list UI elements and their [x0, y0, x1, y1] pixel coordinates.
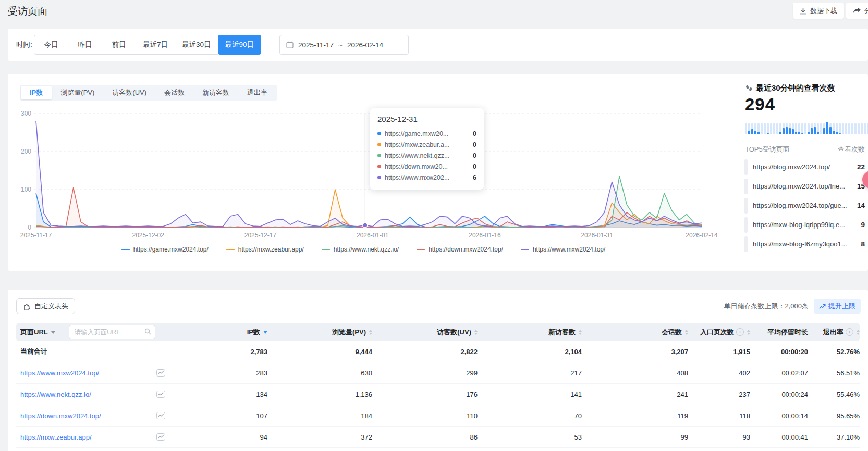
top5-row[interactable]: https://mxw-blog-f6zmy3qoo1...8 — [744, 234, 865, 254]
column-header-sessions[interactable]: 会话数 — [582, 328, 688, 337]
top5-row[interactable]: https://blog.mxw2024.top/gue...14 — [744, 196, 865, 215]
cell-new_visitors: 141 — [478, 391, 582, 398]
realtime-bar-value — [754, 131, 756, 134]
page-url-link[interactable]: https://down.mxw2024.top/ — [20, 412, 101, 420]
legend-dash-icon — [417, 249, 425, 250]
table-body: 当前合计2,7839,4442,8222,1043,2071,91500:00:… — [16, 341, 860, 448]
legend-dash-icon — [521, 249, 529, 250]
realtime-value: 294 — [745, 95, 775, 115]
column-header-new_visitors[interactable]: 新访客数 — [478, 328, 582, 337]
date-range-picker[interactable]: 2025-11-17 ~ 2026-02-14 — [279, 35, 409, 55]
top5-row[interactable]: https://mxw-blog-lqrlpp99iq.e...9 — [744, 215, 865, 234]
realtime-bar-bg — [773, 123, 775, 134]
page-url-link[interactable]: https://www.mxw2024.top/ — [20, 369, 99, 377]
sort-down-icon — [857, 333, 860, 335]
url-trend-icon[interactable] — [156, 433, 165, 441]
realtime-bar-bg — [764, 123, 766, 134]
summary-new_visitors: 2,104 — [478, 348, 582, 356]
column-header-label: IP数 — [247, 328, 260, 337]
metric-tab[interactable]: 访客数(UV) — [103, 86, 155, 99]
realtime-bar-bg — [842, 123, 844, 134]
legend-item[interactable]: https://www.mxw2024.top/ — [521, 246, 605, 253]
realtime-bar-bg — [858, 123, 860, 134]
metric-tab[interactable]: IP数 — [21, 86, 52, 99]
url-trend-icon[interactable] — [156, 369, 165, 377]
summary-exit_rate: 52.76% — [808, 348, 860, 356]
cell-avg_time: 00:00:24 — [750, 391, 808, 398]
url-cell: https://www.nekt.qzz.io/ — [16, 391, 173, 398]
tooltip-row: https://mxw.zeabur.a...0 — [377, 139, 476, 150]
tooltip-dot-icon — [377, 165, 381, 168]
url-search-input[interactable] — [69, 325, 155, 339]
tooltip-url: https://game.mxw20... — [385, 130, 469, 137]
column-header-uv[interactable]: 访客数(UV) — [372, 328, 478, 337]
top5-row[interactable]: https://blog.mxw2024.top/frie...15 — [744, 177, 865, 196]
time-range-button[interactable]: 最近7日 — [136, 35, 175, 55]
page-url-link[interactable]: https://www.nekt.qzz.io/ — [20, 391, 91, 398]
realtime-bar-value — [789, 128, 791, 134]
time-range-button[interactable]: 今日 — [34, 35, 68, 55]
data-download-button[interactable]: 数据下载 — [793, 3, 844, 19]
page-url-link[interactable]: https://mxw.zeabur.app/ — [20, 433, 92, 441]
share-button[interactable]: 分享 — [846, 3, 868, 19]
realtime-bar — [795, 121, 797, 134]
column-header-avg_time[interactable]: 平均停留时长 — [750, 328, 808, 337]
realtime-bar — [783, 121, 785, 134]
hover-point — [363, 223, 368, 228]
upgrade-limit-label: 提升上限 — [828, 302, 855, 311]
chevron-down-icon — [51, 331, 55, 334]
time-range-button[interactable]: 最近90日 — [218, 35, 262, 55]
x-axis-tick: 2026-01-01 — [357, 232, 389, 239]
legend-item[interactable]: https://www.nekt.qzz.io/ — [322, 246, 399, 253]
chart-tooltip: 2025-12-31 https://game.mxw20...0https:/… — [370, 108, 484, 190]
legend-item[interactable]: https://game.mxw2024.top/ — [121, 246, 209, 253]
column-header-entry[interactable]: 入口页次数i — [688, 328, 750, 337]
traffic-line-chart[interactable]: 01002003002025-11-172025-12-022025-12-17… — [12, 105, 724, 242]
tooltip-row: https://down.mxw20...0 — [377, 161, 476, 172]
realtime-bar-bg — [804, 123, 806, 134]
column-header-label: 访客数(UV) — [437, 328, 471, 337]
sort-desc-active-icon[interactable] — [263, 331, 267, 334]
realtime-bar — [851, 121, 853, 134]
time-range-button[interactable]: 前日 — [102, 35, 136, 55]
time-range-group: 今日昨日前日最近7日最近30日最近90日 — [34, 35, 261, 55]
column-header-ip[interactable]: IP数 — [173, 328, 267, 337]
realtime-bar — [801, 121, 803, 134]
cell-sessions: 119 — [582, 412, 688, 420]
share-icon — [853, 7, 861, 14]
top5-rank-bar — [744, 236, 748, 252]
realtime-bar-bg — [767, 123, 769, 134]
time-range-button[interactable]: 最近30日 — [175, 35, 218, 55]
metric-tab[interactable]: 退出率 — [238, 86, 276, 99]
upgrade-limit-button[interactable]: 提升上限 — [814, 299, 861, 314]
customize-columns-button[interactable]: 自定义表头 — [16, 298, 75, 314]
time-range-button[interactable]: 昨日 — [68, 35, 102, 55]
realtime-bar — [748, 121, 750, 134]
sort-icon[interactable] — [857, 330, 860, 335]
url-trend-icon[interactable] — [156, 391, 165, 398]
metric-tabs: IP数浏览量(PV)访客数(UV)会话数新访客数退出率 — [20, 85, 277, 101]
metric-tab[interactable]: 会话数 — [155, 86, 193, 99]
realtime-bar-bg — [801, 123, 803, 134]
realtime-bar — [786, 121, 788, 134]
metric-tab[interactable]: 新访客数 — [193, 86, 238, 99]
legend-item[interactable]: https://mxw.zeabur.app/ — [226, 246, 304, 253]
summary-uv: 2,822 — [372, 348, 478, 356]
realtime-bar — [820, 121, 822, 134]
metric-tab[interactable]: 浏览量(PV) — [52, 86, 103, 99]
column-header-exit_rate[interactable]: 退出率i — [808, 328, 860, 337]
traffic-chart-card: IP数浏览量(PV)访客数(UV)会话数新访客数退出率 010020030020… — [8, 74, 868, 271]
column-header-url[interactable]: 页面URL — [16, 325, 173, 339]
x-axis-tick: 2026-01-31 — [581, 232, 613, 239]
url-trend-icon[interactable] — [156, 412, 165, 420]
top5-row[interactable]: https://blog.mxw2024.top/22 — [744, 157, 865, 177]
cell-entry: 118 — [688, 412, 750, 420]
info-icon: i — [846, 328, 853, 336]
column-header-pv[interactable]: 浏览量(PV) — [267, 328, 372, 337]
column-header-url-label: 页面URL — [20, 328, 48, 337]
top5-list: https://blog.mxw2024.top/22https://blog.… — [744, 157, 865, 254]
tooltip-value: 0 — [473, 152, 476, 159]
legend-label: https://www.nekt.qzz.io/ — [334, 246, 399, 253]
y-axis-tick: 200 — [21, 148, 31, 155]
legend-item[interactable]: https://down.mxw2024.top/ — [417, 246, 503, 253]
